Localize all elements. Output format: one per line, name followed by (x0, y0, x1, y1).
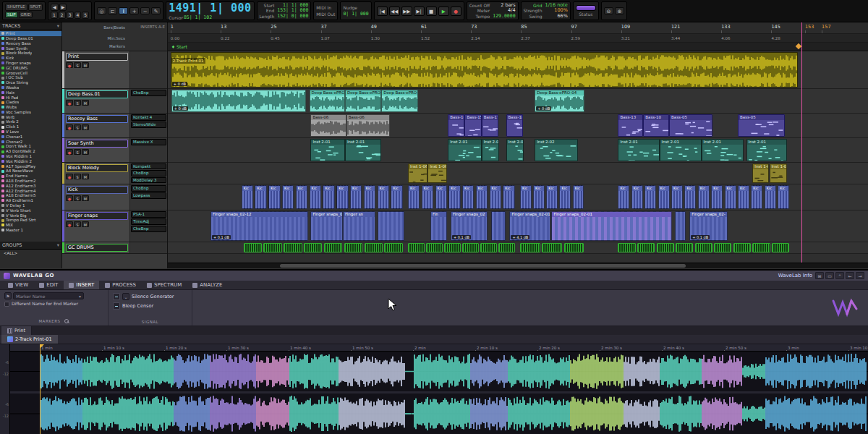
clip-deep-bass-epro-e[interactable]: Deep Bass-ePRO-E (345, 90, 381, 112)
edit-area[interactable]: 11325374961738597109121133145153157 0:00… (168, 22, 868, 268)
clip-green[interactable] (444, 243, 461, 252)
clip-kic[interactable]: Kic (698, 185, 710, 209)
lane-print[interactable]: 2-Track Print-01+ 0 dB (168, 51, 868, 89)
solo-button[interactable]: S (74, 195, 81, 201)
track-name[interactable]: Deep Bass.01 (66, 90, 128, 98)
lane-block-melody[interactable]: Inst 1-06Inst 1-06Inst 1-06Inst 1-06 (168, 163, 868, 184)
clip-kic[interactable]: Kic (658, 185, 670, 209)
lane-kick[interactable]: KicKicKicKicKicKicKicKicKicKicKicKicKicK… (168, 184, 868, 210)
clip-kic[interactable]: Kic (573, 185, 584, 209)
clip-kic[interactable]: Kic (738, 185, 749, 209)
clip-snap[interactable] (378, 211, 404, 241)
zoom-preset-5[interactable]: 5 (82, 12, 89, 19)
clip-kic[interactable]: Kic (631, 185, 643, 209)
track-header-reecey-bass[interactable]: Reecey Bass●SMKontakt 4StereoWide (62, 114, 167, 138)
tab-process[interactable]: PROCESS (100, 281, 141, 289)
insert-slot-lowpass[interactable]: Lowpass (131, 192, 166, 199)
clip-inst-1-06[interactable]: Inst 1-06 (752, 163, 769, 183)
insert-slot-massive-x[interactable]: Massive X (131, 139, 166, 145)
ruler-name-bars[interactable]: Bars|Beats (103, 25, 125, 30)
solo-button[interactable]: S (74, 62, 81, 68)
insert-slot-kontakt-4[interactable]: Kontakt 4 (131, 114, 166, 121)
mute-button[interactable]: M (82, 195, 89, 201)
layout-icon[interactable]: ⊞ (815, 272, 824, 279)
clip-bass-06[interactable]: Bass-06 (346, 114, 390, 137)
zoom-preset-1[interactable]: 1 (51, 12, 58, 19)
sidebar-track-item-chonar2[interactable]: Chonar2 (0, 140, 61, 145)
zoom-preset-3[interactable]: 3 (67, 12, 74, 19)
track-header-print[interactable]: Print●SM (62, 51, 167, 89)
zoom-right-button[interactable]: ▶ (59, 4, 67, 11)
search-icon[interactable] (64, 318, 69, 324)
clip-deep-bass-epro[interactable]: Deep Bass-ePRO (310, 90, 345, 112)
insert-slot-chobnp[interactable]: ChoBnp (131, 90, 166, 96)
tab-view[interactable]: VIEW (3, 281, 33, 289)
ruler-name-minsec[interactable]: Min:Secs (108, 36, 125, 41)
sidebar-track-item-vox-riddim-1[interactable]: Vox Riddim 1 (0, 154, 61, 159)
go-to-start-button[interactable]: |◀ (377, 7, 388, 16)
record-enable-button[interactable]: ● (66, 62, 73, 68)
clip-finger-snaps-02[interactable]: Finger snaps_02-+ 0.1 dB (689, 211, 728, 241)
solo-button[interactable]: S (74, 221, 81, 227)
group-item[interactable]: <ALL> (0, 250, 61, 256)
clip-bass-18[interactable]: Bass-18 (506, 114, 523, 137)
sidebar-track-item-a3-dontwalk-2[interactable]: A3 DontWalk 2 (0, 149, 61, 154)
fast-forward-button[interactable]: ▶▶ (401, 7, 412, 16)
clip-bass-13[interactable]: Bass-13 (618, 114, 643, 137)
nudge-value[interactable]: 0| 1| 000 (343, 12, 368, 17)
track-name[interactable]: Finger snaps (66, 212, 128, 220)
sidebar-track-item-a12-endharm3[interactable]: A12 EndHarm3 (0, 184, 61, 189)
sidebar-track-item-tempo-pad-strt[interactable]: Tempo Pad Strt (0, 218, 61, 223)
sidebar-track-item-clades[interactable]: Clades (0, 100, 61, 105)
waveform-channel-left[interactable] (10, 352, 868, 391)
rewind-button[interactable]: ◀◀ (389, 7, 400, 16)
lane-reecey-bass[interactable]: Bass-06Bass-06Bass-16Bass-15Bass-17Bass-… (168, 114, 868, 138)
clip-kic[interactable]: Kic (391, 185, 402, 209)
sidebar-track-item-kick[interactable]: Kick (0, 56, 61, 61)
clip-bass-05[interactable]: Bass-05 (738, 114, 785, 137)
clip-green[interactable] (564, 243, 584, 252)
insert-slot-chobnp[interactable]: ChoBnp (131, 185, 166, 192)
clip-green[interactable] (426, 243, 443, 252)
clip-kic[interactable]: Kic (422, 185, 433, 209)
sidebar-track-item-finger-snaps[interactable]: Finger snaps (0, 61, 61, 66)
sidebar-track-item-v-verb-big[interactable]: V Verb Big (0, 213, 61, 218)
length-value[interactable]: 152| 0| 000 (277, 14, 308, 20)
insert-slot-moddelay-3[interactable]: ModDelay 3 (131, 177, 166, 183)
clip-kic[interactable]: Kic (282, 185, 294, 209)
min-secs-ruler[interactable]: 0:000:220:451:071:301:522:142:372:593:21… (168, 34, 868, 43)
clip-finger-sn[interactable]: Finger sn (343, 211, 375, 241)
ruler-name-markers[interactable]: Markers (109, 44, 125, 48)
clip-green[interactable] (408, 243, 425, 252)
clip-kic[interactable]: Kic (242, 185, 253, 209)
sidebar-track-item-a17-speedplay[interactable]: A17 SpeedPlay (0, 164, 61, 169)
zoom-in-button[interactable]: ⊕ (615, 7, 624, 14)
clip-kic[interactable]: Kic (255, 185, 266, 209)
clip-kic[interactable]: Kic (684, 185, 696, 209)
clip-finger-snaps-02-12[interactable]: Finger snaps_02-12+ 0.1 dB (210, 211, 308, 241)
clip-inst-2-01[interactable]: Inst 2-01 (618, 139, 659, 161)
horizontal-scrollbar[interactable] (168, 263, 868, 268)
clip-bass-16[interactable]: Bass-16 (448, 114, 464, 137)
clip-finger-snaps-02[interactable]: Finger snaps_02+ 0.1 dB (451, 211, 488, 241)
clip-kic[interactable]: Kic (296, 185, 307, 209)
clip-inst-2-01[interactable]: Inst 2-01 (310, 139, 344, 161)
clip-inst-2-01[interactable]: Inst 2-01 (746, 139, 787, 161)
trim-tool[interactable]: ⊏ (108, 7, 117, 14)
clip-kic[interactable]: Kic (364, 185, 375, 209)
mute-button[interactable]: M (82, 174, 89, 179)
sidebar-track-item-deep-bass-01[interactable]: Deep Bass.01 (0, 36, 61, 41)
clip-kic[interactable]: Kic (503, 185, 514, 209)
sidebar-track-item-groovecell[interactable]: GrooveCell (0, 70, 61, 75)
tab-edit[interactable]: EDIT (34, 281, 63, 289)
swing-value[interactable]: 66% (545, 14, 568, 20)
sidebar-track-item-end-harms[interactable]: End Harms (0, 174, 61, 179)
monitor-icon[interactable]: ▭ (825, 272, 834, 279)
clip-green[interactable] (657, 243, 674, 252)
sidebar-track-item-v-delay-1[interactable]: V Delay 1 (0, 203, 61, 208)
main-counter[interactable]: 1491| 1| 000 (169, 1, 251, 14)
clip-green[interactable] (520, 243, 540, 252)
zoomer-tool[interactable]: ◎ (97, 7, 106, 14)
record-enable-button[interactable]: ● (66, 221, 73, 227)
tempo-value[interactable]: 129.0000 (493, 14, 515, 20)
